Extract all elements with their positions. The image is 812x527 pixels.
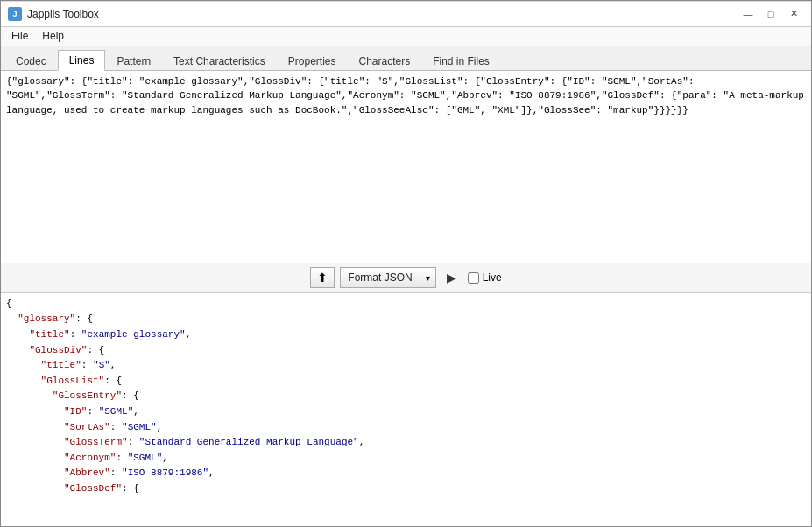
title-bar-left: J Japplis Toolbox: [8, 7, 99, 21]
tab-find-in-files[interactable]: Find in Files: [421, 51, 501, 71]
tab-bar: Codec Lines Pattern Text Characteristics…: [1, 46, 811, 71]
maximize-button[interactable]: □: [760, 5, 781, 23]
toolbar: ⬆ Format JSON ▾ ▶ Live: [1, 264, 811, 293]
output-line-3: "title": "example glossary",: [6, 327, 806, 343]
menu-bar: File Help: [1, 27, 811, 46]
menu-file[interactable]: File: [4, 28, 35, 44]
tab-pattern[interactable]: Pattern: [105, 51, 162, 71]
close-button[interactable]: ✕: [783, 5, 804, 23]
output-line-10: "GlossTerm": "Standard Generalized Marku…: [6, 435, 806, 451]
format-dropdown-arrow[interactable]: ▾: [420, 267, 435, 288]
output-line-1: {: [6, 297, 806, 313]
output-editor[interactable]: { "glossary": { "title": "example glossa…: [1, 293, 811, 526]
output-line-9: "SortAs": "SGML",: [6, 420, 806, 436]
input-editor[interactable]: {"glossary": {"title": "example glossary…: [1, 71, 811, 264]
output-line-7: "GlossEntry": {: [6, 389, 806, 404]
app-title: Japplis Toolbox: [27, 8, 99, 20]
input-text: {"glossary": {"title": "example glossary…: [6, 76, 804, 116]
tab-properties[interactable]: Properties: [277, 51, 348, 71]
format-label: Format JSON: [341, 271, 419, 284]
title-bar: J Japplis Toolbox — □ ✕: [1, 1, 811, 27]
menu-help[interactable]: Help: [35, 28, 71, 44]
upload-button[interactable]: ⬆: [310, 267, 335, 288]
tab-codec[interactable]: Codec: [4, 51, 58, 71]
app-icon: J: [8, 7, 22, 21]
window-controls: — □ ✕: [738, 5, 804, 23]
output-line-11: "Acronym": "SGML",: [6, 451, 806, 467]
play-icon: ▶: [447, 271, 456, 285]
output-line-8: "ID": "SGML",: [6, 404, 806, 420]
output-line-12: "Abbrev": "ISO 8879:1986",: [6, 466, 806, 481]
live-toggle-label[interactable]: Live: [468, 271, 502, 284]
main-content: {"glossary": {"title": "example glossary…: [1, 71, 811, 526]
upload-icon: ⬆: [317, 271, 328, 285]
minimize-button[interactable]: —: [738, 5, 759, 23]
output-line-5: "title": "S",: [6, 358, 806, 374]
tab-text-characteristics[interactable]: Text Characteristics: [162, 51, 277, 71]
tab-characters[interactable]: Characters: [347, 51, 421, 71]
format-select[interactable]: Format JSON ▾: [340, 267, 435, 288]
output-line-4: "GlossDiv": {: [6, 343, 806, 359]
output-line-13: "GlossDef": {: [6, 481, 806, 497]
output-line-6: "GlossList": {: [6, 374, 806, 390]
app-window: J Japplis Toolbox — □ ✕ File Help Codec …: [0, 0, 812, 527]
live-checkbox[interactable]: [468, 272, 479, 284]
live-label: Live: [483, 271, 502, 284]
output-line-2: "glossary": {: [6, 312, 806, 327]
tab-lines[interactable]: Lines: [58, 50, 106, 71]
run-button[interactable]: ▶: [441, 267, 462, 288]
